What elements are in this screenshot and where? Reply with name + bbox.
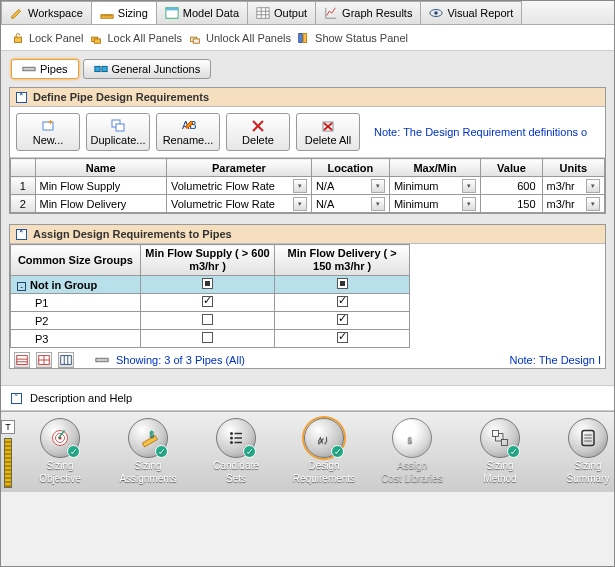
value-cell[interactable]: 150 <box>481 195 542 213</box>
button-label: New... <box>33 134 64 146</box>
subtab-label: General Junctions <box>112 63 201 75</box>
chart-icon <box>324 6 338 20</box>
col-units[interactable]: Units <box>542 159 604 177</box>
requirement-row[interactable]: 2 Min Flow Delivery Volumetric Flow Rate… <box>11 195 605 213</box>
loc-dropdown[interactable]: N/A▾ <box>311 177 389 195</box>
nav-icon: ⟨x⟩✓ <box>304 418 344 458</box>
nav-cost-libraries: $AssignCost Libraries <box>373 418 451 486</box>
tab-workspace[interactable]: Workspace <box>1 1 92 24</box>
text-tool-icon[interactable]: T <box>1 420 15 434</box>
ruler-icon[interactable] <box>4 438 12 488</box>
pipe-name[interactable]: P2 <box>11 312 141 330</box>
col-maxmin[interactable]: Max/Min <box>389 159 480 177</box>
nav-label: Objective <box>39 473 81 484</box>
checkbox-cell[interactable] <box>275 330 410 348</box>
nav-method[interactable]: ✓SizingMethod <box>461 418 539 486</box>
units-dropdown[interactable]: m3/hr▾ <box>542 195 604 213</box>
tab-label: Model Data <box>183 7 239 19</box>
nav-label: Sizing <box>574 460 601 471</box>
subtab-pipes[interactable]: Pipes <box>11 59 79 79</box>
help-title: Description and Help <box>30 392 132 404</box>
svg-rect-18 <box>116 124 124 131</box>
pipe-icon <box>22 62 36 76</box>
subtab-junctions[interactable]: General Junctions <box>83 59 212 79</box>
name-cell[interactable]: Min Flow Delivery <box>35 195 167 213</box>
chevron-down-icon: ▾ <box>371 197 385 211</box>
pipe-name[interactable]: P3 <box>11 330 141 348</box>
nav-icon: ✓ <box>480 418 520 458</box>
col-supply[interactable]: Min Flow Supply ( > 600 m3/hr ) <box>140 245 275 276</box>
button-label: Lock All Panels <box>107 32 182 44</box>
tab-model-data[interactable]: Model Data <box>156 1 248 24</box>
checkbox-cell[interactable] <box>140 312 275 330</box>
nav-requirements[interactable]: ⟨x⟩✓DesignRequirements <box>285 418 363 486</box>
duplicate-button[interactable]: Duplicate... <box>86 113 150 151</box>
col-name[interactable]: Name <box>35 159 167 177</box>
chevron-down-icon: ▾ <box>293 179 307 193</box>
row-number: 2 <box>11 195 36 213</box>
nav-assignments[interactable]: $✓SizingAssignments <box>109 418 187 486</box>
col-delivery[interactable]: Min Flow Delivery ( > 150 m3/hr ) <box>275 245 410 276</box>
nav-label: Sizing <box>134 460 161 471</box>
chevron-down-icon: ▾ <box>586 179 600 193</box>
tab-sizing[interactable]: Sizing <box>91 1 157 24</box>
checkbox-cell[interactable] <box>275 276 410 294</box>
nav-label: Sizing <box>486 460 513 471</box>
eye-icon <box>429 6 443 20</box>
delete-icon <box>250 118 266 132</box>
button-label: Duplicate... <box>90 134 145 146</box>
checkbox-cell[interactable] <box>140 294 275 312</box>
tab-output[interactable]: Output <box>247 1 316 24</box>
not-in-group-cell[interactable]: -Not in Group <box>11 276 141 294</box>
duplicate-icon <box>110 118 126 132</box>
checkbox-cell[interactable] <box>275 294 410 312</box>
tab-label: Graph Results <box>342 7 412 19</box>
param-dropdown[interactable]: Volumetric Flow Rate▾ <box>167 177 312 195</box>
tab-visual-report[interactable]: Visual Report <box>420 1 522 24</box>
tab-label: Visual Report <box>447 7 513 19</box>
view-list-icon[interactable] <box>14 352 30 368</box>
nav-objective[interactable]: ✓SizingObjective <box>21 418 99 486</box>
checkbox-cell[interactable] <box>140 276 275 294</box>
svg-rect-10 <box>193 38 199 42</box>
requirements-table: Name Parameter Location Max/Min Value Un… <box>10 158 605 213</box>
col-value[interactable]: Value <box>481 159 542 177</box>
col-parameter[interactable]: Parameter <box>167 159 312 177</box>
tab-graph-results[interactable]: Graph Results <box>315 1 421 24</box>
panel-title: Define Pipe Design Requirements <box>33 91 209 103</box>
param-dropdown[interactable]: Volumetric Flow Rate▾ <box>167 195 312 213</box>
svg-text:$: $ <box>150 430 155 439</box>
status-text: Showing: 3 of 3 Pipes (All) <box>116 354 245 366</box>
lock-panel-button[interactable]: Lock Panel <box>11 31 83 45</box>
mm-dropdown[interactable]: Minimum▾ <box>389 195 480 213</box>
mm-dropdown[interactable]: Minimum▾ <box>389 177 480 195</box>
new-button[interactable]: New... <box>16 113 80 151</box>
collapse-icon[interactable]: ˄ <box>16 92 27 103</box>
view-grid-icon[interactable] <box>36 352 52 368</box>
expand-icon[interactable]: ˅ <box>11 393 22 404</box>
collapse-icon[interactable]: ˄ <box>16 229 27 240</box>
pipe-name[interactable]: P1 <box>11 294 141 312</box>
ruler-icon <box>100 6 114 20</box>
nav-summary[interactable]: SizingSummary <box>549 418 615 486</box>
checkbox-indeterminate-icon <box>202 278 213 289</box>
checkbox-cell[interactable] <box>275 312 410 330</box>
lock-all-button[interactable]: Lock All Panels <box>89 31 182 45</box>
show-status-button[interactable]: Show Status Panel <box>297 31 408 45</box>
delete-button[interactable]: Delete <box>226 113 290 151</box>
col-location[interactable]: Location <box>311 159 389 177</box>
delete-all-button[interactable]: Delete All <box>296 113 360 151</box>
checkbox-cell[interactable] <box>140 330 275 348</box>
unlock-all-button[interactable]: Unlock All Panels <box>188 31 291 45</box>
loc-dropdown[interactable]: N/A▾ <box>311 195 389 213</box>
units-dropdown[interactable]: m3/hr▾ <box>542 177 604 195</box>
name-cell[interactable]: Min Flow Supply <box>35 177 167 195</box>
checkbox-indeterminate-icon <box>337 278 348 289</box>
view-columns-icon[interactable] <box>58 352 74 368</box>
pipe-icon <box>94 352 110 368</box>
nav-sets[interactable]: ✓CandidateSets <box>197 418 275 486</box>
rename-button[interactable]: ABRename... <box>156 113 220 151</box>
requirement-row[interactable]: 1 Min Flow Supply Volumetric Flow Rate▾ … <box>11 177 605 195</box>
value-cell[interactable]: 600 <box>481 177 542 195</box>
col-groups[interactable]: Common Size Groups <box>11 245 141 276</box>
